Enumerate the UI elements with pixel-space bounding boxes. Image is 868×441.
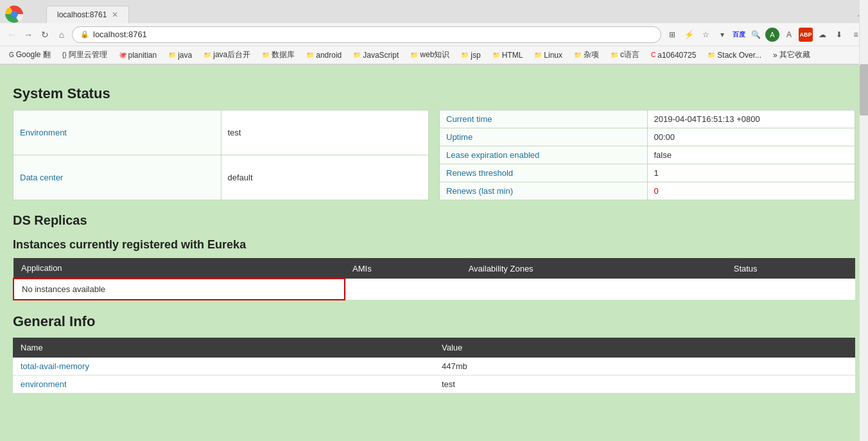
dropdown-arrow[interactable]: ▾ xyxy=(715,28,729,42)
page-content: System Status Environment test Data cent… xyxy=(0,65,868,441)
address-text: localhost:8761 xyxy=(93,30,147,39)
star-icon[interactable]: ☆ xyxy=(699,28,713,42)
bookmark-misc[interactable]: 📁 杂项 xyxy=(570,48,603,62)
baidu-icon[interactable]: 百度 xyxy=(732,28,746,42)
bookmark-google[interactable]: G Google 翻 xyxy=(5,48,55,62)
system-status-right-table: Current time 2019-04-04T16:51:13 +0800 U… xyxy=(439,110,855,200)
env-label: Environment xyxy=(13,110,221,155)
lightning-icon[interactable]: ⚡ xyxy=(682,28,696,42)
table-row: Renews (last min) 0 xyxy=(440,182,855,200)
red-icon: C xyxy=(651,51,655,58)
system-status-left-table: Environment test Data center default xyxy=(13,110,429,200)
total-avail-memory-name: total-avail-memory xyxy=(13,358,434,376)
col-amis: AMIs xyxy=(345,258,461,279)
aliyun-favicon: {} xyxy=(62,51,67,58)
no-instances-cell: No instances available xyxy=(13,279,345,300)
folder-icon-jsp: 📁 xyxy=(461,51,469,58)
folder-icon-js: 📁 xyxy=(353,51,361,58)
scrollbar-track[interactable] xyxy=(859,0,868,441)
folder-icon-so: 📁 xyxy=(707,51,715,58)
bookmark-planitian[interactable]: 🐙 planitian xyxy=(115,49,161,61)
bookmarks-bar: G Google 翻 {} 阿里云管理 🐙 planitian 📁 java 📁… xyxy=(0,46,868,64)
home-button[interactable]: ⌂ xyxy=(55,28,68,41)
current-time-value: 2019-04-04T16:51:13 +0800 xyxy=(647,110,855,128)
system-status-title: System Status xyxy=(13,85,855,102)
table-row: environment test xyxy=(13,376,855,393)
table-row: Data center default xyxy=(13,155,429,200)
bookmark-android[interactable]: 📁 android xyxy=(302,49,345,61)
bookmark-aliyun[interactable]: {} 阿里云管理 xyxy=(58,48,111,62)
bookmark-java[interactable]: 📁 java xyxy=(164,49,196,61)
grid-icon[interactable]: ⊞ xyxy=(665,28,679,42)
scrollbar-thumb[interactable] xyxy=(860,64,868,116)
system-status-grid: Environment test Data center default Cur… xyxy=(13,110,855,200)
bookmark-html[interactable]: 📁 HTML xyxy=(489,49,527,61)
bookmark-db[interactable]: 📁 数据库 xyxy=(258,48,299,62)
renews-lastmin-label: Renews (last min) xyxy=(440,182,648,200)
browser-tabs: localhost:8761 ✕ + xyxy=(0,0,868,23)
col-status: Status xyxy=(726,258,855,279)
bookmark-jsp[interactable]: 📁 jsp xyxy=(457,49,484,61)
bookmark-a10640725[interactable]: C a10640725 xyxy=(647,49,700,61)
folder-icon-db: 📁 xyxy=(262,51,270,58)
search-icon[interactable]: 🔍 xyxy=(749,28,763,42)
lease-expiration-value: false xyxy=(647,146,855,164)
renews-lastmin-value: 0 xyxy=(647,182,855,200)
tab-title: localhost:8761 xyxy=(57,10,107,19)
total-avail-memory-value: 447mb xyxy=(434,358,855,376)
env-value: test xyxy=(221,110,429,155)
download-icon[interactable]: ⬇ xyxy=(832,28,846,42)
bookmark-java-backend[interactable]: 📁 java后台开 xyxy=(200,48,254,62)
bookmark-javascript[interactable]: 📁 JavaScript xyxy=(349,49,403,61)
status-empty-cell xyxy=(726,279,855,300)
folder-icon-c: 📁 xyxy=(611,51,618,58)
current-time-label: Current time xyxy=(440,110,648,128)
uptime-label: Uptime xyxy=(440,128,648,146)
col-value: Value xyxy=(434,338,855,358)
security-icon: 🔒 xyxy=(80,30,89,39)
table-row: Renews threshold 1 xyxy=(440,164,855,182)
table-row: Current time 2019-04-04T16:51:13 +0800 xyxy=(440,110,855,128)
instances-table-header: Application AMIs Availability Zones Stat… xyxy=(13,258,855,279)
bookmark-linux[interactable]: 📁 Linux xyxy=(530,49,566,61)
col-name: Name xyxy=(13,338,434,358)
table-row: Environment test xyxy=(13,110,429,155)
refresh-button[interactable]: ↻ xyxy=(39,28,51,41)
datacenter-value: default xyxy=(221,155,429,200)
browser-toolbar: ← → ↻ ⌂ 🔒 localhost:8761 ⊞ ⚡ ☆ ▾ 百度 🔍 A … xyxy=(0,23,868,46)
amis-empty-cell xyxy=(345,279,461,300)
bookmark-other[interactable]: » 其它收藏 xyxy=(769,48,814,62)
back-button[interactable]: ← xyxy=(5,28,18,41)
account-green[interactable]: A xyxy=(765,28,779,42)
forward-button[interactable]: → xyxy=(22,28,35,41)
address-bar[interactable]: 🔒 localhost:8761 xyxy=(72,26,661,43)
table-row: Uptime 00:00 xyxy=(440,128,855,146)
browser-tab[interactable]: localhost:8761 ✕ xyxy=(46,6,129,23)
bookmark-c[interactable]: 📁 c语言 xyxy=(607,48,643,62)
ds-replicas-title: DS Replicas xyxy=(13,213,855,228)
environment-name: environment xyxy=(13,376,434,393)
folder-icon-java: 📁 xyxy=(168,51,176,58)
folder-icon-html: 📁 xyxy=(492,51,500,58)
svg-point-2 xyxy=(11,11,17,17)
col-availability-zones: Availability Zones xyxy=(461,258,726,279)
toolbar-icons: ⊞ ⚡ ☆ ▾ 百度 🔍 A A ABP ☁ ⬇ ≡ xyxy=(665,28,863,42)
folder-icon-android: 📁 xyxy=(306,51,314,58)
renews-threshold-label: Renews threshold xyxy=(440,164,648,182)
browser-chrome: localhost:8761 ✕ + ← → ↻ ⌂ 🔒 localhost:8… xyxy=(0,0,868,65)
availability-zones-empty-cell xyxy=(461,279,726,300)
general-info-table: Name Value total-avail-memory 447mb envi… xyxy=(13,338,855,393)
bookmark-stackoverflow[interactable]: 📁 Stack Over... xyxy=(704,49,765,61)
translate-icon[interactable]: A xyxy=(782,28,796,42)
adblock-icon[interactable]: ABP xyxy=(799,28,813,42)
bookmark-web[interactable]: 📁 web知识 xyxy=(406,48,453,62)
tab-close-icon[interactable]: ✕ xyxy=(112,10,118,19)
general-table-header: Name Value xyxy=(13,338,855,358)
datacenter-label: Data center xyxy=(13,155,221,200)
table-row: total-avail-memory 447mb xyxy=(13,358,855,376)
google-favicon: G xyxy=(9,51,14,58)
cloud-icon[interactable]: ☁ xyxy=(815,28,829,42)
folder-icon-java-backend: 📁 xyxy=(204,51,211,58)
instances-table: Application AMIs Availability Zones Stat… xyxy=(13,258,855,300)
lease-expiration-label: Lease expiration enabled xyxy=(440,146,648,164)
